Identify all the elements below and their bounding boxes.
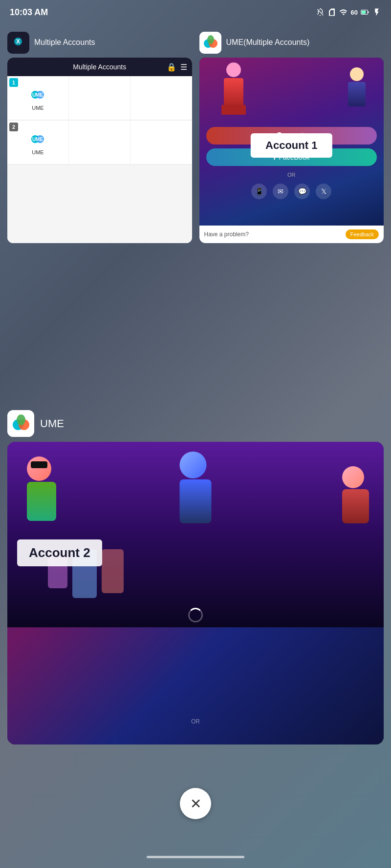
multiple-accounts-title: Multiple Accounts xyxy=(34,38,95,48)
account2-label: Account 2 xyxy=(17,539,102,566)
charging-icon xyxy=(372,8,381,17)
wifi-icon xyxy=(339,8,348,17)
empty-cell-1 xyxy=(69,76,130,120)
account2-cell[interactable]: 2 UME UME xyxy=(7,121,69,165)
ume-bottom-title: UME xyxy=(40,417,64,430)
ume-bottom-icon xyxy=(7,410,34,437)
loading-spinner xyxy=(188,608,203,622)
account2-badge: 2 xyxy=(9,123,18,131)
ume-multiple-accounts-icon xyxy=(199,32,221,54)
ume-bottom-header: UME xyxy=(7,410,384,437)
battery-text: 60 xyxy=(351,9,358,16)
home-bar xyxy=(147,856,244,858)
feedback-button[interactable]: Feedback xyxy=(346,229,379,239)
account1-label: Account 1 xyxy=(251,133,332,158)
social-icons-row: 📱 ✉ 💬 𝕏 xyxy=(206,184,377,199)
svg-point-17 xyxy=(207,35,214,44)
chat-icon-button[interactable]: 💬 xyxy=(294,184,310,199)
svg-rect-1 xyxy=(362,11,366,14)
empty-cell-2 xyxy=(130,76,192,120)
empty-cell-4 xyxy=(130,121,192,165)
multiple-accounts-panel: X Multiple Accounts Multiple Accounts 🔒 … xyxy=(7,32,192,243)
ume-mini-icon-1: UME xyxy=(28,85,47,103)
email-icon-button[interactable]: ✉ xyxy=(273,184,288,199)
ume-multiple-accounts-header: UME(Multiple Accounts) xyxy=(199,32,384,54)
ume-label-1: UME xyxy=(32,105,43,111)
feedback-question-text: Have a problem? xyxy=(204,231,249,238)
status-time: 10:03 AM xyxy=(10,7,48,18)
ume-multiple-accounts-title: UME(Multiple Accounts) xyxy=(226,38,310,48)
multiple-accounts-card[interactable]: Multiple Accounts 🔒 ☰ 1 UME xyxy=(7,58,192,243)
account1-badge: 1 xyxy=(9,78,18,87)
status-icons: 60 xyxy=(316,8,381,17)
multiple-accounts-header: X Multiple Accounts xyxy=(7,32,192,54)
notification-off-icon xyxy=(316,8,325,17)
top-section: X Multiple Accounts Multiple Accounts 🔒 … xyxy=(0,27,391,248)
multiple-accounts-icon: X xyxy=(7,32,29,54)
status-bar: 10:03 AM 60 xyxy=(0,0,391,24)
or-divider: OR xyxy=(206,172,377,178)
card-topbar-title: Multiple Accounts xyxy=(73,63,126,71)
empty-cell-3 xyxy=(69,121,130,165)
or-divider-bottom: OR xyxy=(7,718,384,725)
ume-mini-icon-2: UME xyxy=(28,129,47,148)
account-grid-row2: 2 UME UME xyxy=(7,121,192,165)
close-button[interactable]: ✕ xyxy=(180,788,211,819)
feedback-bar: Have a problem? Feedback xyxy=(199,226,384,243)
twitter-icon-button[interactable]: 𝕏 xyxy=(316,184,331,199)
ume-account1-card[interactable]: Account 1 G Google f FaceBook OR 📱 ✉ 💬 𝕏 xyxy=(199,58,384,243)
topbar-icons: 🔒 ☰ xyxy=(167,62,187,72)
bottom-section: UME xyxy=(0,405,391,749)
empty-section: + xyxy=(7,165,192,243)
lock-icon: 🔒 xyxy=(167,62,176,72)
svg-rect-2 xyxy=(368,12,369,13)
account1-cell[interactable]: 1 UME UME xyxy=(7,76,69,120)
svg-text:X: X xyxy=(16,38,20,45)
svg-text:UME: UME xyxy=(32,137,43,142)
phone-icon-button[interactable]: 📱 xyxy=(251,184,267,199)
battery-icon xyxy=(361,8,369,17)
account-grid-row1: 1 UME UME xyxy=(7,76,192,121)
close-icon: ✕ xyxy=(190,796,201,812)
menu-icon: ☰ xyxy=(180,62,187,72)
card-topbar: Multiple Accounts 🔒 ☰ xyxy=(7,58,192,76)
svg-point-21 xyxy=(17,414,25,425)
bottom-game-art xyxy=(7,442,384,627)
ume-account2-card[interactable]: Account 2 OR xyxy=(7,442,384,744)
sim-icon xyxy=(327,8,336,17)
ume-multiple-accounts-panel: UME(Multiple Accounts) Account 1 xyxy=(199,32,384,243)
ume-label-2: UME xyxy=(32,149,43,155)
svg-text:UME: UME xyxy=(32,92,43,98)
